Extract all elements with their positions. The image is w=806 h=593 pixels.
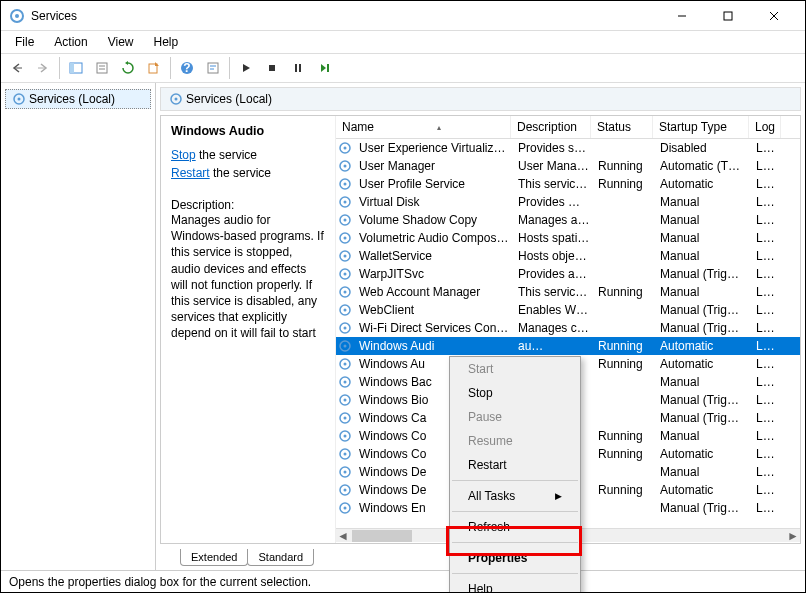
ctx-start: Start — [450, 357, 580, 381]
gear-icon — [338, 267, 352, 281]
col-startup-type[interactable]: Startup Type — [653, 116, 749, 138]
svg-rect-19 — [269, 65, 275, 71]
tab-extended[interactable]: Extended — [180, 549, 248, 566]
stop-link[interactable]: Stop — [171, 148, 196, 162]
nav-tree: Services (Local) — [1, 83, 156, 570]
col-name[interactable]: Name▴ — [336, 116, 511, 138]
ctx-all-tasks[interactable]: All Tasks▶ — [450, 484, 580, 508]
svg-rect-16 — [208, 63, 218, 73]
scroll-right-icon[interactable]: ► — [786, 529, 800, 543]
ctx-refresh[interactable]: Refresh — [450, 515, 580, 539]
table-row[interactable]: User Experience Virtualizati…Provides su… — [336, 139, 800, 157]
gear-icon — [338, 483, 352, 497]
detail-pane: Windows Audio Stop the service Restart t… — [161, 116, 336, 543]
gear-icon — [338, 501, 352, 515]
svg-rect-21 — [299, 64, 301, 72]
svg-rect-10 — [97, 63, 107, 73]
svg-point-24 — [18, 98, 21, 101]
table-row[interactable]: WarpJITSvcProvides a JI…Manual (Trig…Loc… — [336, 265, 800, 283]
table-row[interactable]: Web Account ManagerThis service …Running… — [336, 283, 800, 301]
table-row[interactable]: Volume Shadow CopyManages an…ManualLoca — [336, 211, 800, 229]
maximize-button[interactable] — [705, 1, 751, 31]
properties-button[interactable] — [90, 56, 114, 80]
cell-name: Virtual Disk — [355, 195, 514, 209]
back-button[interactable] — [5, 56, 29, 80]
scroll-left-icon[interactable]: ◄ — [336, 529, 350, 543]
tab-standard[interactable]: Standard — [247, 549, 314, 566]
menu-help[interactable]: Help — [146, 33, 187, 51]
ctx-help[interactable]: Help — [450, 577, 580, 593]
tree-node-services-local[interactable]: Services (Local) — [5, 89, 151, 109]
cell-description: Hosts spatia… — [514, 231, 594, 245]
cell-startup: Disabled — [656, 141, 752, 155]
table-row[interactable]: WebClientEnables Win…Manual (Trig…Loca — [336, 301, 800, 319]
gear-icon — [338, 429, 352, 443]
cell-logon: Loca — [752, 411, 784, 425]
restart-link[interactable]: Restart — [171, 166, 210, 180]
svg-rect-22 — [327, 64, 329, 72]
table-row[interactable]: Volumetric Audio Composit…Hosts spatia…M… — [336, 229, 800, 247]
svg-point-30 — [344, 165, 347, 168]
svg-point-64 — [344, 471, 347, 474]
cell-name: WarpJITSvc — [355, 267, 514, 281]
scroll-thumb[interactable] — [352, 530, 412, 542]
cell-status: Running — [594, 429, 656, 443]
export-button[interactable] — [142, 56, 166, 80]
sort-asc-icon: ▴ — [437, 123, 441, 132]
restart-suffix: the service — [210, 166, 271, 180]
start-service-button[interactable] — [234, 56, 258, 80]
minimize-button[interactable] — [659, 1, 705, 31]
table-row[interactable]: Windows Audiau…RunningAutomaticLoca — [336, 337, 800, 355]
cell-startup: Manual — [656, 285, 752, 299]
menu-action[interactable]: Action — [46, 33, 95, 51]
gear-icon — [169, 92, 183, 106]
cell-startup: Automatic — [656, 177, 752, 191]
cell-startup: Manual (Trig… — [656, 501, 752, 515]
svg-point-60 — [344, 435, 347, 438]
table-row[interactable]: Wi-Fi Direct Services Conne…Manages co…M… — [336, 319, 800, 337]
show-hide-tree-button[interactable] — [64, 56, 88, 80]
stop-service-button[interactable] — [260, 56, 284, 80]
cell-logon: Loca — [752, 429, 784, 443]
table-row[interactable]: User ManagerUser Manag…RunningAutomatic … — [336, 157, 800, 175]
cell-startup: Automatic — [656, 339, 752, 353]
second-help-button[interactable] — [201, 56, 225, 80]
table-row[interactable]: WalletServiceHosts objec…ManualLoca — [336, 247, 800, 265]
svg-point-66 — [344, 489, 347, 492]
svg-point-68 — [344, 507, 347, 510]
restart-service-button[interactable] — [312, 56, 336, 80]
svg-point-44 — [344, 291, 347, 294]
gear-icon — [338, 447, 352, 461]
help-button[interactable]: ? — [175, 56, 199, 80]
menu-file[interactable]: File — [7, 33, 42, 51]
svg-text:?: ? — [183, 61, 190, 75]
cell-name: Volumetric Audio Composit… — [355, 231, 514, 245]
cell-description: au… — [514, 339, 594, 353]
col-logon[interactable]: Log — [749, 116, 781, 138]
cell-logon: Loca — [752, 303, 784, 317]
pause-service-button[interactable] — [286, 56, 310, 80]
cell-description: Enables Win… — [514, 303, 594, 317]
svg-point-36 — [344, 219, 347, 222]
svg-rect-9 — [70, 63, 74, 73]
ctx-properties[interactable]: Properties — [450, 546, 580, 570]
gear-icon — [338, 285, 352, 299]
refresh-button[interactable] — [116, 56, 140, 80]
main-area: Services (Local) Services (Local) Window… — [1, 83, 805, 570]
cell-name: Volume Shadow Copy — [355, 213, 514, 227]
ctx-restart[interactable]: Restart — [450, 453, 580, 477]
cell-logon: Loca — [752, 465, 784, 479]
forward-button[interactable] — [31, 56, 55, 80]
col-description[interactable]: Description — [511, 116, 591, 138]
col-status[interactable]: Status — [591, 116, 653, 138]
cell-logon: Loca — [752, 339, 784, 353]
cell-logon: Loca — [752, 285, 784, 299]
close-button[interactable] — [751, 1, 797, 31]
table-row[interactable]: Virtual DiskProvides m…ManualLoca — [336, 193, 800, 211]
cell-name: Wi-Fi Direct Services Conne… — [355, 321, 514, 335]
ctx-stop[interactable]: Stop — [450, 381, 580, 405]
menu-view[interactable]: View — [100, 33, 142, 51]
cell-startup: Automatic — [656, 483, 752, 497]
ctx-resume: Resume — [450, 429, 580, 453]
table-row[interactable]: User Profile ServiceThis service …Runnin… — [336, 175, 800, 193]
